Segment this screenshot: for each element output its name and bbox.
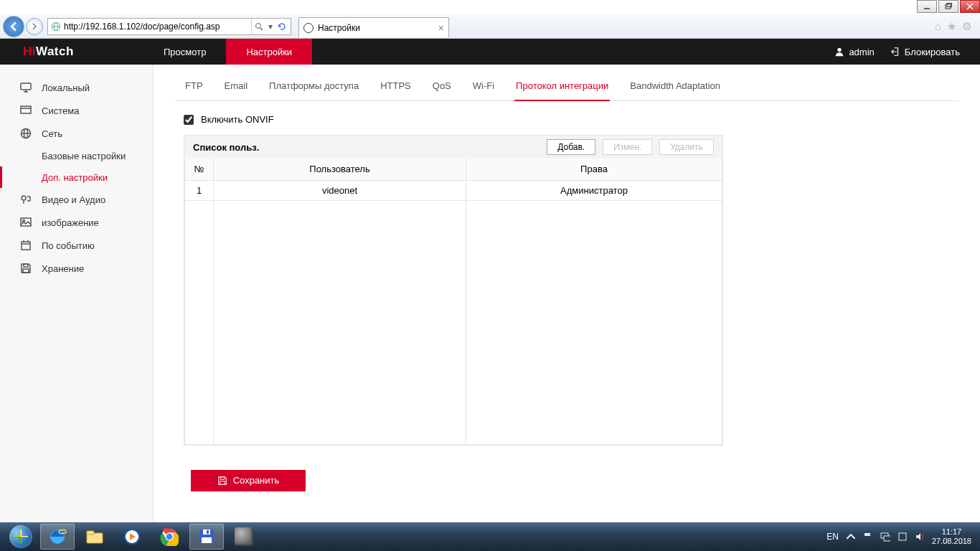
subtab-ftp[interactable]: FTP	[184, 76, 204, 100]
tray-icon[interactable]	[897, 532, 908, 542]
sidebar-sub-basic[interactable]: Базовые настройки	[0, 145, 153, 166]
sidebar-item-system[interactable]: Система	[0, 99, 153, 122]
chevron-up-icon[interactable]	[846, 532, 856, 542]
url-text: http://192.168.1.102/doc/page/config.asp	[64, 22, 250, 32]
globe-icon	[20, 128, 32, 139]
add-button[interactable]: Добав.	[547, 139, 595, 155]
subtab-email[interactable]: Email	[223, 76, 250, 100]
cell-user: videonet	[214, 180, 466, 200]
windows-icon	[9, 525, 32, 548]
clock-time: 11:17	[932, 527, 971, 537]
browser-toolbar: http://192.168.1.102/doc/page/config.asp…	[0, 14, 980, 39]
clock-date: 27.08.2018	[932, 537, 971, 546]
sidebar-sub-advanced[interactable]: Доп. настройки	[0, 166, 153, 188]
onvif-label: Включить ONVIF	[201, 114, 274, 125]
logout-button[interactable]: Блокировать	[890, 47, 960, 57]
volume-icon[interactable]	[915, 532, 925, 542]
svg-line-9	[260, 28, 263, 30]
sidebar-item-local[interactable]: Локальный	[0, 76, 153, 99]
save-icon	[217, 476, 227, 486]
col-rights: Права	[466, 159, 722, 180]
taskbar-explorer[interactable]	[77, 524, 112, 550]
sidebar-item-event[interactable]: По событию	[0, 234, 153, 257]
save-button[interactable]: Сохранить	[191, 470, 306, 491]
image-icon	[20, 217, 32, 228]
logout-label: Блокировать	[905, 47, 960, 57]
svg-rect-34	[87, 531, 94, 534]
subtabs: FTP Email Платформы доступа HTTPS QoS Wi…	[175, 76, 958, 101]
table-row[interactable]: 1 videonet Администратор	[185, 180, 722, 200]
svg-rect-42	[207, 530, 209, 534]
language-indicator[interactable]: EN	[826, 532, 839, 542]
svg-rect-21	[21, 218, 31, 226]
col-user: Пользователь	[214, 159, 466, 180]
window-minimize-button[interactable]	[917, 0, 937, 13]
start-button[interactable]	[4, 524, 37, 550]
current-user[interactable]: admin	[834, 47, 874, 57]
svg-point-22	[23, 220, 25, 222]
topnav-config[interactable]: Настройки	[226, 39, 312, 65]
subtab-qos[interactable]: QoS	[431, 76, 453, 100]
user-icon	[834, 47, 844, 57]
dropdown-icon[interactable]: ▾	[265, 19, 276, 34]
subtab-https[interactable]: HTTPS	[379, 76, 413, 100]
camera-icon	[20, 194, 32, 205]
topnav-live[interactable]: Просмотр	[143, 39, 226, 65]
svg-rect-23	[22, 242, 30, 250]
tab-favicon-icon	[303, 23, 314, 33]
onvif-checkbox[interactable]	[184, 115, 194, 125]
save-icon	[20, 263, 32, 274]
nav-back-button[interactable]	[3, 16, 24, 37]
taskbar-ie[interactable]	[40, 524, 75, 550]
refresh-icon[interactable]	[276, 19, 288, 34]
globe-icon	[51, 22, 61, 32]
monitor-icon	[20, 82, 32, 93]
username-label: admin	[849, 47, 874, 57]
svg-rect-30	[220, 476, 224, 479]
taskbar-mediaplayer[interactable]	[115, 524, 149, 550]
svg-rect-27	[23, 269, 29, 273]
table-header-row: № Пользователь Права	[185, 159, 722, 180]
svg-rect-29	[220, 481, 225, 484]
save-label: Сохранить	[233, 475, 280, 486]
system-icon	[20, 105, 32, 116]
home-icon[interactable]: ⌂	[935, 20, 941, 33]
edit-button[interactable]: Измен.	[603, 139, 652, 155]
nav-forward-button[interactable]	[26, 18, 43, 35]
sidebar: Локальный Система Сеть Базовые настройки…	[0, 65, 154, 522]
logout-icon	[890, 47, 900, 57]
window-maximize-button[interactable]	[938, 0, 958, 13]
favorites-icon[interactable]: ★	[947, 20, 956, 33]
svg-point-8	[256, 23, 261, 28]
sidebar-item-storage[interactable]: Хранение	[0, 257, 153, 280]
subtab-bandwidth[interactable]: Bandwidth Adaptation	[628, 76, 722, 100]
userlist-title: Список польз.	[193, 142, 259, 153]
taskbar-app1[interactable]	[189, 524, 224, 550]
tools-icon[interactable]: ⚙	[962, 20, 971, 33]
flag-icon[interactable]	[863, 532, 873, 542]
network-icon[interactable]	[880, 532, 890, 542]
clock[interactable]: 11:17 27.08.2018	[932, 527, 971, 546]
taskbar: EN 11:17 27.08.2018	[0, 522, 980, 551]
taskbar-app2[interactable]	[227, 524, 261, 550]
window-close-button[interactable]	[960, 0, 980, 13]
sidebar-item-network[interactable]: Сеть	[0, 122, 153, 145]
subtab-wifi[interactable]: Wi-Fi	[471, 76, 496, 100]
subtab-platform[interactable]: Платформы доступа	[268, 76, 360, 100]
sidebar-item-image[interactable]: изображение	[0, 211, 153, 234]
tab-close-icon[interactable]: ×	[438, 22, 444, 34]
app-logo: HiWatch	[0, 44, 143, 59]
svg-rect-45	[899, 533, 906, 540]
col-no: №	[185, 159, 214, 180]
browser-tab[interactable]: Настройки ×	[298, 17, 449, 37]
svg-rect-2	[947, 4, 952, 7]
taskbar-chrome[interactable]	[152, 524, 187, 550]
svg-point-19	[22, 196, 26, 200]
address-bar[interactable]: http://192.168.1.102/doc/page/config.asp…	[47, 18, 291, 35]
subtab-integration[interactable]: Протокол интеграции	[514, 76, 610, 101]
sidebar-item-video-audio[interactable]: Видео и Аудио	[0, 188, 153, 211]
search-icon[interactable]	[253, 19, 265, 34]
app-topbar: HiWatch Просмотр Настройки admin Блокиро…	[0, 39, 980, 65]
delete-button[interactable]: Удалить	[659, 139, 714, 155]
cell-rights: Администратор	[466, 180, 722, 200]
